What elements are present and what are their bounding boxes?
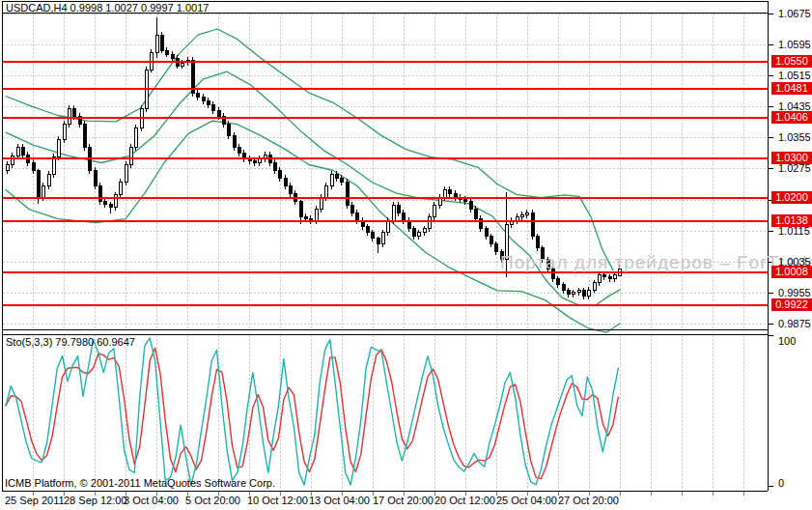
price-level-badge: 1.0200 (771, 191, 812, 204)
price-tick-label: 1.0595 (778, 39, 811, 50)
symbol-ohlc-title: USDCAD,H4 0.9998 1.0027 0.9997 1.0017 (6, 2, 209, 14)
price-level-badge: 1.0481 (771, 82, 812, 95)
time-tick-label: 17 Oct 20:00 (373, 495, 434, 506)
stochastic-signal-line (6, 348, 618, 478)
time-tick-label: 25 Sep 2011 (5, 495, 65, 506)
bollinger-upper-band (6, 29, 613, 270)
price-level-badge: 1.0406 (771, 111, 812, 124)
stochastic-indicator-label: Sto(5,3,3) 79.7980 60.9647 (6, 336, 135, 348)
time-tick-label: 27 Oct 20:00 (558, 495, 619, 506)
price-tick-label: 0.9875 (778, 318, 811, 329)
time-tick-label: 13 Oct 04:00 (309, 495, 370, 506)
platform-copyright: ICMB Platform, © 2001-2011 MetaQuotes So… (5, 477, 275, 489)
watermark-text: Портал для трейдеров – ForTrader (500, 252, 812, 273)
time-tick-label: 25 Oct 04:00 (496, 495, 557, 506)
price-tick-label: 0.9955 (778, 287, 811, 298)
stochastic-main-line (6, 338, 618, 485)
price-tick-label: 1.0675 (778, 8, 811, 19)
price-tick-label: 1.0515 (778, 70, 811, 81)
price-level-badge: 1.0138 (771, 214, 812, 227)
time-tick-label: 3 Oct 04:00 (124, 495, 179, 506)
stochastic-axis-max: 100 (778, 335, 796, 347)
stochastic-axis-min: 0 (778, 477, 784, 489)
price-level-badge: 0.9922 (771, 298, 812, 311)
time-tick-label: 20 Oct 12:00 (434, 495, 495, 506)
price-level-badge: 1.0008 (771, 266, 812, 278)
chart-window: Портал для трейдеров – ForTrader 1.06751… (0, 0, 812, 510)
price-tick-label: 1.0355 (778, 131, 811, 143)
time-tick-label: 28 Sep 12:00 (64, 495, 126, 506)
time-tick-label: 5 Oct 20:00 (185, 495, 240, 506)
price-level-badge: 1.0550 (771, 55, 812, 68)
price-level-badge: 1.0300 (771, 152, 812, 164)
time-tick-label: 10 Oct 12:00 (247, 495, 308, 506)
